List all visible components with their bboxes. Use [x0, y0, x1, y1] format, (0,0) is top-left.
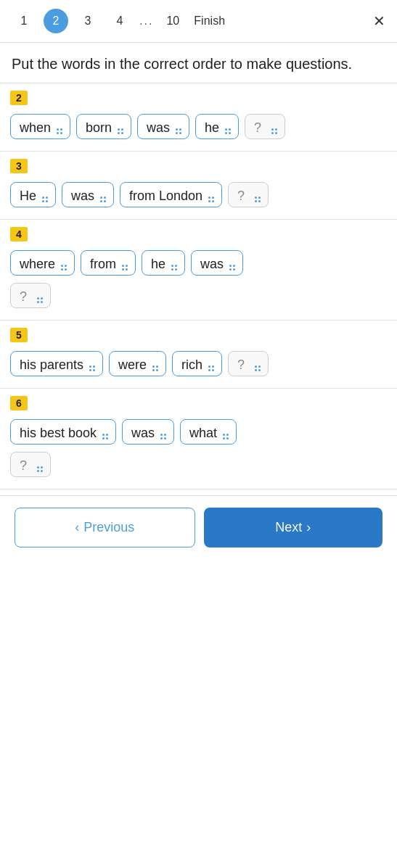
- word-chip-from-london[interactable]: from London: [120, 182, 222, 207]
- nav-item-1[interactable]: 1: [12, 9, 36, 33]
- drag-handle: [118, 128, 123, 134]
- word-text: what: [189, 426, 217, 441]
- word-chip-question-6[interactable]: ?: [10, 452, 51, 477]
- drag-handle: [152, 365, 158, 371]
- word-row-4: where from he was: [0, 250, 397, 276]
- word-chip-when[interactable]: when: [10, 114, 70, 139]
- word-chip-where[interactable]: where: [10, 250, 75, 276]
- question-label-3: 3: [10, 159, 28, 173]
- nav-item-2[interactable]: 2: [44, 9, 68, 33]
- word-row-5: his parents were rich ?: [0, 351, 397, 376]
- word-text: He: [20, 189, 36, 204]
- drag-handle: [160, 434, 166, 439]
- word-text: he: [205, 120, 219, 136]
- close-button[interactable]: ✕: [373, 12, 385, 30]
- word-text: from: [90, 257, 116, 272]
- word-chip-his-best-book[interactable]: his best book: [10, 419, 116, 445]
- word-text: were: [118, 357, 147, 373]
- word-text: when: [20, 120, 51, 136]
- word-chip-were[interactable]: were: [109, 351, 166, 376]
- question-section-2: 2 when born was he: [0, 83, 397, 152]
- word-text: was: [71, 189, 94, 204]
- word-chip-born[interactable]: born: [76, 114, 131, 139]
- word-text: rich: [181, 357, 202, 373]
- next-label: Next: [275, 520, 302, 535]
- word-text: ?: [237, 189, 245, 204]
- word-text: his parents: [20, 357, 83, 373]
- drag-handle: [61, 265, 67, 270]
- drag-handle: [102, 434, 108, 439]
- question-section-4: 4 where from he was: [0, 220, 397, 321]
- instructions-text: Put the words in the correct order to ma…: [0, 43, 397, 83]
- question-label-6: 6: [10, 396, 28, 410]
- word-chip-was[interactable]: was: [137, 114, 189, 139]
- bottom-navigation: ‹ Previous Next ›: [0, 495, 397, 559]
- drag-handle: [42, 197, 48, 202]
- word-chip-was-4[interactable]: was: [191, 250, 243, 276]
- drag-handle: [37, 297, 43, 303]
- word-chip-question-4[interactable]: ?: [10, 283, 51, 308]
- prev-label: Previous: [83, 520, 134, 535]
- drag-handle: [37, 466, 43, 472]
- word-chip-he[interactable]: he: [195, 114, 239, 139]
- drag-handle: [255, 197, 261, 202]
- drag-handle: [229, 265, 235, 270]
- drag-handle: [100, 197, 106, 202]
- prev-icon: ‹: [75, 520, 79, 535]
- drag-handle: [122, 265, 128, 270]
- word-row-6: his best book was what: [0, 419, 397, 445]
- question-section-6: 6 his best book was what ?: [0, 389, 397, 489]
- next-button[interactable]: Next ›: [204, 508, 383, 547]
- word-chip-question-3[interactable]: ?: [228, 182, 269, 207]
- word-chip-question-5[interactable]: ?: [228, 351, 269, 376]
- next-icon: ›: [306, 520, 311, 535]
- drag-handle: [223, 434, 229, 439]
- word-text: his best book: [20, 426, 97, 441]
- word-row-3: He was from London ?: [0, 182, 397, 207]
- nav-finish[interactable]: Finish: [194, 15, 225, 28]
- drag-handle: [57, 128, 62, 134]
- word-text: ?: [20, 458, 27, 474]
- word-chip-from[interactable]: from: [81, 250, 136, 276]
- word-chip-what[interactable]: what: [180, 419, 237, 445]
- word-chip-his-parents[interactable]: his parents: [10, 351, 103, 376]
- word-chip-rich[interactable]: rich: [172, 351, 222, 376]
- nav-ellipsis: ...: [139, 15, 153, 28]
- word-text: where: [20, 257, 55, 272]
- question-label-5: 5: [10, 328, 28, 342]
- question-section-3: 3 He was from London ?: [0, 152, 397, 220]
- word-text: ?: [237, 357, 245, 373]
- nav-item-3[interactable]: 3: [75, 9, 100, 33]
- word-row-2: when born was he: [0, 114, 397, 139]
- word-text: ?: [254, 120, 261, 136]
- nav-item-4[interactable]: 4: [107, 9, 132, 33]
- word-text: he: [151, 257, 165, 272]
- previous-button[interactable]: ‹ Previous: [15, 508, 195, 547]
- word-chip-was-6[interactable]: was: [122, 419, 174, 445]
- word-text: ?: [20, 289, 27, 305]
- word-text: was: [147, 120, 170, 136]
- drag-handle: [208, 197, 214, 202]
- question-label-2: 2: [10, 91, 28, 105]
- drag-handle: [225, 128, 231, 134]
- top-navigation: 1 2 3 4 ... 10 Finish ✕: [0, 0, 397, 43]
- nav-item-10[interactable]: 10: [160, 9, 185, 33]
- word-chip-He[interactable]: He: [10, 182, 56, 207]
- drag-handle: [171, 265, 177, 270]
- drag-handle: [255, 365, 261, 371]
- drag-handle: [271, 128, 277, 134]
- drag-handle: [208, 365, 214, 371]
- word-chip-question-2[interactable]: ?: [245, 114, 285, 139]
- question-label-4: 4: [10, 227, 28, 241]
- word-chip-was-3[interactable]: was: [62, 182, 114, 207]
- word-text: was: [200, 257, 224, 272]
- word-text: was: [131, 426, 155, 441]
- drag-handle: [176, 128, 181, 134]
- word-text: born: [86, 120, 112, 136]
- word-text: from London: [129, 189, 202, 204]
- question-section-5: 5 his parents were rich ?: [0, 321, 397, 389]
- drag-handle: [89, 365, 95, 371]
- word-chip-he-4[interactable]: he: [142, 250, 185, 276]
